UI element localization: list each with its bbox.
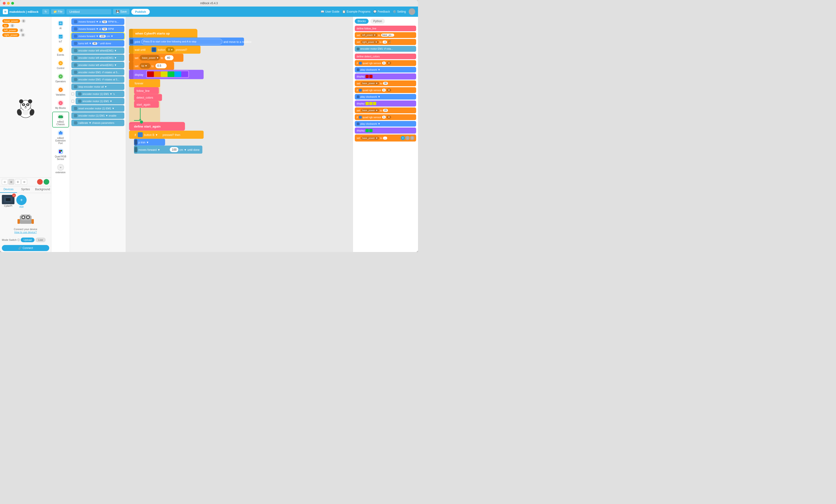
svg-point-2 [19,99,23,103]
category-iot[interactable]: IoT IoT [52,32,69,44]
rp-play-clockwork-1[interactable]: play clockwork ▼ [355,67,416,73]
tab-blocks[interactable]: Blocks [355,19,368,24]
block-moves-forward-done[interactable]: moves forward ▼ 100 cm ▼ until done [134,146,203,154]
rp-set-right-power[interactable]: set right_power ▼ to -1 </> [355,39,416,45]
block-encoder-1-em1: encoder motor (1) EM1 ▼ [71,98,124,104]
publish-button[interactable]: Publish [131,9,150,15]
rp-if-quad-rgb-2[interactable]: if quad rgb sensor 1 ▼ [355,87,416,93]
block-encoder-1-em1-inner[interactable]: encoder motor (1) EM1 ▼ [76,98,124,104]
view-list-button[interactable]: ☰ [15,179,20,185]
block-reset-encoder[interactable]: reset encoder motor (1) EM1 ▼ [71,105,124,112]
checkbox-encoder-1[interactable] [71,93,74,95]
example-programs-link[interactable]: 📋 Example Programs [342,10,370,13]
block-encoder-em1-rotates-1[interactable]: encoder motor EM1 ↺ rotates at 5... [71,69,124,76]
block-stop-encoder-all[interactable]: stop encoder motor all ▼ [71,83,124,90]
save-button[interactable]: 💾 Save [113,9,130,15]
block-moves-forward-rpm[interactable]: moves forward ▼ at 50 RPM [71,26,124,32]
rp-set-left-power[interactable]: set left_power ▼ to base_po... [355,32,416,38]
add-device-button[interactable]: + [16,195,26,205]
how-to-use-link[interactable]: How to use device? [15,231,37,234]
zoom-out-button[interactable]: - [405,136,410,140]
user-guide-link[interactable]: 📖 User Guide [321,10,339,13]
event-when-starts-up[interactable]: when CyberPi starts up [129,29,197,38]
add-device[interactable]: + Add [16,195,26,208]
feedback-link[interactable]: 💬 Feedback [373,10,390,13]
category-operators[interactable]: + Operators [52,72,69,84]
view-normal-button[interactable]: ⊡ [2,179,7,185]
rp-define-follow-line[interactable]: define follow_line [355,26,416,31]
block-turns-left[interactable]: turns left ▼ 90 ° until done [71,40,124,46]
upload-mode-button[interactable]: Upload [21,237,35,242]
rp-if-quad-rgb-3[interactable]: if quad rgb sensor 1 ▼ [355,114,416,120]
rp-display-green[interactable]: display [355,128,416,134]
rp-play-clockwork-2[interactable]: play clockwork ▼ [355,94,416,99]
tab-devices[interactable]: Devices [0,186,17,193]
tab-sprites[interactable]: Sprites [17,186,34,193]
rp-encoder-motor[interactable]: encoder motor EM1 ↺ rota... [355,46,416,52]
block-detect-colors[interactable]: detect_colors [134,94,162,101]
block-play-iron[interactable]: p iron ▼ [134,139,165,146]
block-encoder-1-em1-s-inner[interactable]: encoder motor (1) EM1 ▼ 's [76,91,124,97]
block-define-start-again[interactable]: define start_again [129,122,185,131]
category-mbot2-chassis[interactable]: mBot2 Chassis [52,112,69,128]
rp-display-red[interactable]: display [355,74,416,79]
toolbar: M makeblock | mBlock ↻ 📁 File 💾 Save Pub… [0,6,418,17]
rp-set-base-power-final[interactable]: set base_power ▼ to ... + - = [355,135,416,141]
block-start-again[interactable]: start_again [134,101,159,108]
category-ai[interactable]: AI AI [52,19,69,31]
block-encoder-enable[interactable]: encoder motor (1) EM1 ▼ enable [71,112,124,119]
block-print[interactable]: print Press B to start color line follow… [129,38,251,46]
file-menu-button[interactable]: 📁 File [51,9,64,14]
block-encoder-left-2[interactable]: encoder motor left wheel(EM1) ▼ [71,55,124,61]
setting-link[interactable]: ⚙️ Setting [393,10,406,13]
rp-display-yellow[interactable]: display [355,100,416,106]
block-set-base-power[interactable]: set base_power ▼ to 40 [129,54,183,62]
refresh-button[interactable]: ↻ [42,9,49,14]
remove-device-button[interactable]: × [12,193,16,197]
category-extension[interactable]: + extension [52,163,69,175]
tab-background[interactable]: Background [34,186,51,193]
stop-button[interactable] [37,179,43,185]
category-events[interactable]: ⚡ Events [52,45,69,58]
svg-rect-36 [59,115,62,118]
tab-python[interactable]: Python [370,19,385,24]
view-grid-button[interactable]: ⊞ [8,179,14,185]
maximize-button[interactable] [11,2,14,5]
block-moves-forward-rpm-forever[interactable]: moves forward ▼ at 50 RPM fo... [71,18,124,25]
category-my-blocks[interactable]: + My Blocks [52,98,69,111]
view-table-button[interactable]: ⊟ [21,179,27,185]
cyberpi-device[interactable]: × CyberPi [2,195,15,208]
category-control[interactable]: ⟳ Control [52,59,69,71]
category-quad-rgb[interactable]: Quad RGB Sensor [52,147,69,162]
rp-define-detect-colors[interactable]: define detect_colors [355,54,416,59]
category-variables[interactable]: x Variables [52,85,69,97]
zoom-in-button[interactable]: + [401,136,405,140]
block-display[interactable]: display [129,70,204,79]
mbot2-extension-icon [57,130,64,136]
var-name-kp: kp [2,24,9,27]
rp-play-clockwork-3[interactable]: play clockwork ▼ [355,121,416,127]
block-moves-forward-cm[interactable]: moves forward ▼ 100 cm ▼ [71,33,124,39]
connect-button[interactable]: 🔗 Connect [2,245,49,251]
run-button[interactable] [44,179,49,185]
close-button[interactable] [3,2,5,5]
svg-rect-60 [74,114,77,117]
minimize-button[interactable] [7,2,10,5]
block-follow-line[interactable]: follow_line [134,87,159,94]
rp-set-base-power-30[interactable]: set base_power ▼ to 30 [355,80,416,86]
live-mode-button[interactable]: Live [35,237,46,242]
block-encoder-left-3[interactable]: encoder motor left wheel(EM1) ▼ [71,62,124,68]
avatar[interactable] [408,8,415,15]
block-if-button-b[interactable]: if button B ▼ pressed? then [129,131,204,139]
rp-set-base-power-20[interactable]: set base_power ▼ to 20 [355,108,416,113]
block-wait-until[interactable]: wait until button B ▼ pressed? [129,46,201,54]
block-set-kp[interactable]: set kp ▼ to 0.5 [129,62,174,70]
block-encoder-left-1[interactable]: encoder motor left wheel(EM1) ▼ [71,47,124,54]
project-name-input[interactable] [66,9,111,15]
rp-if-quad-rgb-1[interactable]: if quad rgb sensor 1 ▼ [355,60,416,66]
checkbox-encoder-2[interactable] [71,100,74,102]
block-encoder-em1-rotates-2[interactable]: encoder motor EM1 ↺ rotates at 5... [71,76,124,83]
category-mbot2-extension[interactable]: mBot2 Extension Port [52,129,69,146]
zoom-reset-button[interactable]: = [410,136,414,140]
block-calibrate[interactable]: calibrate ▼ chassis parameters [71,120,124,126]
